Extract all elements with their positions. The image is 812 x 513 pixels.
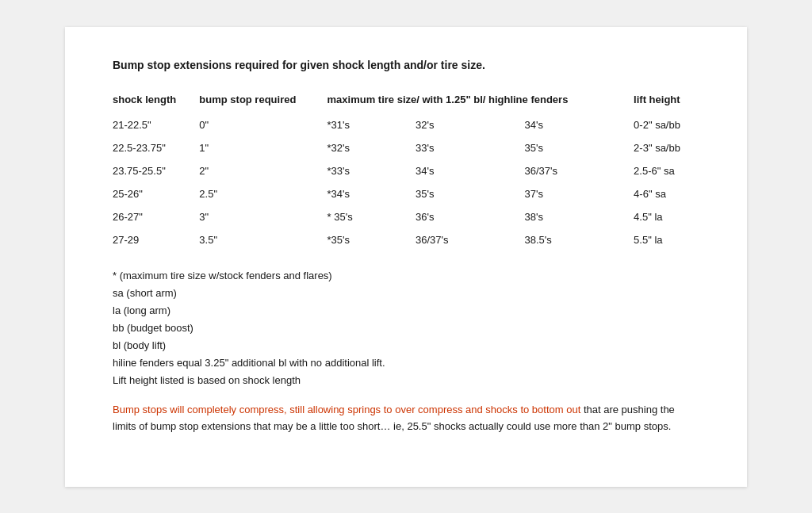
cell-tire1: * 35's bbox=[327, 205, 416, 228]
footnotes: * (maximum tire size w/stock fenders and… bbox=[113, 267, 699, 390]
cell-bump: 2.5" bbox=[199, 182, 327, 205]
cell-tire2: 34's bbox=[416, 159, 525, 182]
cell-bump: 3.5" bbox=[199, 228, 327, 251]
cell-tire3: 38.5's bbox=[525, 228, 634, 251]
col-tire-size: maximum tire size/ with 1.25" bl/ highli… bbox=[327, 90, 634, 113]
cell-tire2: 36/37's bbox=[416, 228, 525, 251]
cell-lift: 2-3" sa/bb bbox=[634, 136, 699, 159]
footnote-line: bb (budget boost) bbox=[113, 320, 699, 337]
cell-shock: 22.5-23.75" bbox=[113, 136, 199, 159]
page-title: Bump stop extensions required for given … bbox=[113, 59, 699, 71]
cell-tire1: *33's bbox=[327, 159, 416, 182]
col-lift-height: lift height bbox=[634, 90, 699, 113]
table-row: 22.5-23.75"1"*32's33's35's2-3" sa/bb bbox=[113, 136, 699, 159]
footnote-line: * (maximum tire size w/stock fenders and… bbox=[113, 267, 699, 285]
cell-lift: 2.5-6" sa bbox=[634, 159, 699, 182]
cell-tire2: 32's bbox=[416, 113, 525, 136]
warning-red-text: Bump stops will completely compress, sti… bbox=[113, 404, 580, 415]
cell-shock: 23.75-25.5" bbox=[113, 159, 199, 182]
warning-text: Bump stops will completely compress, sti… bbox=[113, 402, 699, 435]
main-table: shock length bump stop required maximum … bbox=[113, 90, 699, 251]
cell-tire1: *31's bbox=[327, 113, 416, 136]
cell-tire3: 35's bbox=[525, 136, 634, 159]
cell-lift: 5.5" la bbox=[634, 228, 699, 251]
cell-lift: 4-6" sa bbox=[634, 182, 699, 205]
table-row: 27-293.5"*35's36/37's38.5's5.5" la bbox=[113, 228, 699, 251]
cell-tire2: 36's bbox=[416, 205, 525, 228]
col-shock-length: shock length bbox=[113, 90, 199, 113]
cell-bump: 2" bbox=[199, 159, 327, 182]
cell-tire3: 37's bbox=[525, 182, 634, 205]
table-row: 26-27"3"* 35's36's38's4.5" la bbox=[113, 205, 699, 228]
cell-bump: 3" bbox=[199, 205, 327, 228]
cell-bump: 0" bbox=[199, 113, 327, 136]
cell-tire2: 33's bbox=[416, 136, 525, 159]
cell-lift: 0-2" sa/bb bbox=[634, 113, 699, 136]
footnote-line: sa (short arm) bbox=[113, 285, 699, 302]
cell-tire3: 34's bbox=[525, 113, 634, 136]
cell-tire1: *34's bbox=[327, 182, 416, 205]
page: Bump stop extensions required for given … bbox=[65, 27, 747, 487]
footnote-line: la (long arm) bbox=[113, 302, 699, 320]
cell-shock: 21-22.5" bbox=[113, 113, 199, 136]
cell-shock: 27-29 bbox=[113, 228, 199, 251]
cell-tire3: 36/37's bbox=[525, 159, 634, 182]
table-row: 25-26"2.5"*34's35's37's4-6" sa bbox=[113, 182, 699, 205]
footnote-line: Lift height listed is based on shock len… bbox=[113, 372, 699, 389]
cell-tire2: 35's bbox=[416, 182, 525, 205]
col-bump-stop: bump stop required bbox=[199, 90, 327, 113]
cell-bump: 1" bbox=[199, 136, 327, 159]
footnote-line: bl (body lift) bbox=[113, 337, 699, 354]
cell-tire1: *32's bbox=[327, 136, 416, 159]
footnote-line: hiline fenders equal 3.25" additional bl… bbox=[113, 354, 699, 372]
cell-lift: 4.5" la bbox=[634, 205, 699, 228]
cell-tire1: *35's bbox=[327, 228, 416, 251]
cell-shock: 26-27" bbox=[113, 205, 199, 228]
table-row: 21-22.5"0"*31's32's34's0-2" sa/bb bbox=[113, 113, 699, 136]
cell-shock: 25-26" bbox=[113, 182, 199, 205]
cell-tire3: 38's bbox=[525, 205, 634, 228]
table-row: 23.75-25.5"2"*33's34's36/37's2.5-6" sa bbox=[113, 159, 699, 182]
